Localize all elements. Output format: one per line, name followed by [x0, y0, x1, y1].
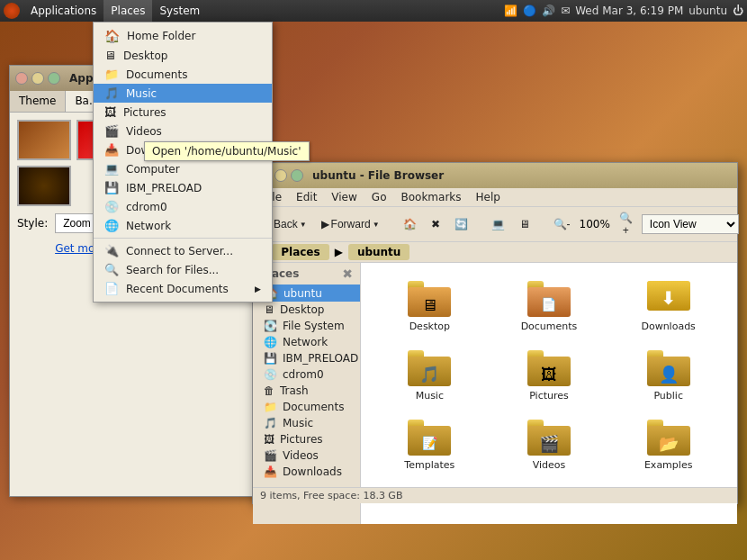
volume-icon: 🔊 [542, 5, 555, 17]
sidebar-item-pictures[interactable]: Pictures [253, 431, 360, 447]
pictures-label: Pictures [529, 390, 569, 402]
icon-templates[interactable]: 📝 Templates [374, 415, 485, 475]
view-select[interactable]: Icon View List View Compact View [642, 214, 739, 234]
icon-desktop[interactable]: 🖥 Desktop [374, 276, 485, 337]
downloads-menu-icon [104, 143, 119, 157]
sidebar-item-trash[interactable]: Trash [253, 383, 360, 399]
top-panel: Applications Places System 📶 🔵 🔊 ✉ Wed M… [0, 0, 747, 22]
menu-item-documents[interactable]: Documents [94, 65, 272, 84]
zoom-in-button[interactable]: 🔍+ [614, 210, 638, 239]
places-menu-trigger[interactable]: Places [104, 0, 152, 22]
menu-item-connect[interactable]: Connect to Server... [94, 241, 272, 260]
examples-label: Examples [644, 459, 692, 471]
stop-button[interactable]: ✖ [426, 216, 446, 232]
view-options-button[interactable]: ▼ [742, 216, 747, 232]
stop-icon: ✖ [431, 218, 440, 230]
home-menu-icon [104, 29, 120, 43]
file-menu-help[interactable]: Help [469, 189, 508, 205]
network-icon [264, 336, 277, 348]
network-menu-icon [104, 219, 119, 232]
theme-tab[interactable]: Theme [10, 91, 66, 112]
reload-button[interactable]: 🔄 [449, 216, 473, 232]
sidebar-label-network: Network [283, 336, 328, 348]
icon-examples[interactable]: 📂 Examples [613, 415, 724, 475]
menu-item-ibm[interactable]: IBM_PRELOAD [94, 178, 272, 197]
bg-thumb-5[interactable] [17, 166, 71, 206]
menu-item-computer[interactable]: Computer [94, 159, 272, 178]
file-menu-edit[interactable]: Edit [289, 189, 324, 205]
file-menu-view[interactable]: View [324, 189, 364, 205]
places-label[interactable]: Places [272, 244, 328, 260]
computer-icon: 💻 [491, 218, 505, 230]
icon-videos[interactable]: 🎬 Videos [494, 415, 605, 475]
home-button[interactable]: 🏠 [398, 216, 422, 232]
sidebar-item-desktop[interactable]: Desktop [253, 302, 360, 318]
maximize-button[interactable] [48, 72, 60, 85]
applications-menu[interactable]: Applications [23, 0, 104, 22]
sidebar-label-ibm: IBM_PRELOAD [283, 352, 358, 365]
icon-pictures[interactable]: 🖼 Pictures [494, 346, 605, 406]
menu-item-pictures[interactable]: Pictures [94, 103, 272, 122]
videos-menu-icon [104, 124, 119, 138]
icon-music[interactable]: 🎵 Music [374, 346, 485, 406]
minimize-button[interactable] [32, 72, 44, 85]
ubuntu-logo [4, 3, 20, 19]
desktop-folder-icon: 🖥 [408, 281, 451, 317]
menu-item-desktop[interactable]: Desktop [94, 46, 272, 65]
forward-button[interactable]: ▶ Forward ▼ [316, 216, 385, 232]
search-menu-icon [104, 263, 119, 276]
menu-item-music[interactable]: Music [94, 84, 272, 103]
bluetooth-icon: 🔵 [523, 5, 536, 17]
videos-icon [264, 449, 277, 462]
cdrom-icon [264, 368, 277, 381]
cdrom-menu-icon [104, 200, 119, 213]
home-icon: 🏠 [403, 218, 417, 230]
ibm-menu-label: IBM_PRELOAD [126, 182, 202, 194]
menu-item-videos[interactable]: Videos [94, 122, 272, 140]
file-minimize-button[interactable] [274, 169, 287, 182]
menu-item-cdrom[interactable]: cdrom0 [94, 197, 272, 216]
downloads-label: Downloads [641, 321, 695, 332]
documents-label: Documents [521, 321, 578, 332]
status-text: 9 items, Free space: 18.3 GB [260, 490, 402, 501]
recent-menu-icon [104, 282, 119, 295]
sidebar-item-filesystem[interactable]: File System [253, 318, 360, 334]
templates-label: Templates [404, 459, 454, 471]
ibm-menu-icon [104, 181, 119, 194]
file-menu-bookmarks[interactable]: Bookmarks [393, 189, 468, 205]
sidebar-item-cdrom[interactable]: cdrom0 [253, 366, 360, 383]
icon-public[interactable]: 👤 Public [613, 346, 724, 406]
connect-menu-label: Connect to Server... [126, 245, 233, 257]
places-close-button[interactable]: ✖ [342, 266, 353, 281]
computer-menu-icon [104, 162, 119, 176]
icon-documents[interactable]: 📄 Documents [494, 276, 605, 337]
system-menu[interactable]: System [152, 0, 207, 22]
forward-arrow-icon: ▶ [321, 218, 329, 230]
menu-item-network[interactable]: Network [94, 216, 272, 235]
tooltip-text: Open '/home/ubuntu/Music' [152, 145, 302, 158]
sidebar-item-videos[interactable]: Videos [253, 447, 360, 464]
file-maximize-button[interactable] [291, 169, 303, 182]
videos-menu-label: Videos [126, 125, 162, 138]
menu-item-home[interactable]: Home Folder [94, 26, 272, 46]
menu-item-recent[interactable]: Recent Documents [94, 279, 272, 298]
file-menu-go[interactable]: Go [364, 189, 394, 205]
documents-menu-icon [104, 68, 119, 81]
close-button[interactable] [15, 72, 28, 85]
sidebar-item-music[interactable]: Music [253, 415, 360, 431]
cdrom-menu-label: cdrom0 [126, 201, 167, 213]
location-ubuntu[interactable]: ubuntu [348, 244, 410, 260]
sidebar-label-videos: Videos [283, 449, 319, 462]
file-main-area: 🖥 Desktop 📄 Documents [361, 263, 737, 524]
sidebar-item-ibm[interactable]: IBM_PRELOAD [253, 350, 360, 366]
icon-downloads[interactable]: ⬇ Downloads [613, 276, 724, 337]
zoom-out-button[interactable]: 🔍- [548, 216, 576, 232]
menu-item-search[interactable]: Search for Files... [94, 260, 272, 279]
sidebar-item-documents[interactable]: Documents [253, 399, 360, 415]
sidebar-item-network[interactable]: Network [253, 334, 360, 350]
bg-thumb-1[interactable] [17, 120, 71, 160]
sidebar-item-downloads[interactable]: Downloads [253, 464, 360, 480]
computer-button[interactable]: 💻 [486, 216, 510, 232]
terminal-button[interactable]: 🖥 [514, 216, 536, 232]
file-menubar: File Edit View Go Bookmarks Help [253, 188, 737, 207]
